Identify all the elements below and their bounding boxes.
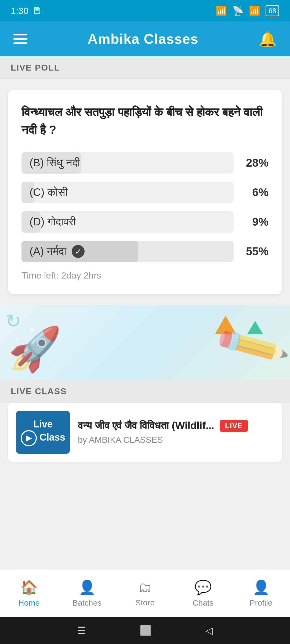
menu-button[interactable]	[13, 34, 27, 44]
option-c-text: (C) कोसी	[30, 186, 68, 199]
notification-bell-icon[interactable]: 🔔	[259, 31, 277, 47]
store-label: Store	[135, 598, 155, 607]
option-d-bar-container: (D) गोदावरी	[21, 211, 234, 233]
store-icon: 🗂	[138, 579, 152, 595]
option-c-bar-container: (C) कोसी	[21, 182, 234, 203]
time-left: Time left: 2day 2hrs	[21, 270, 269, 281]
correct-checkmark-icon: ✓	[72, 245, 85, 258]
nav-chats[interactable]: 💬 Chats	[174, 569, 232, 617]
live-badge: LIVE	[220, 420, 248, 432]
nav-profile[interactable]: 👤 Profile	[232, 569, 290, 617]
live-class-info: वन्य जीव एवं जैव विविधता (Wildlif... LIV…	[78, 420, 274, 445]
option-a-bar: (A) नर्मदा ✓	[21, 241, 234, 262]
chats-label: Chats	[193, 598, 213, 608]
time-display: 1:30	[11, 6, 28, 16]
live-class-thumbnail: Live ▶ Class	[16, 411, 70, 454]
option-d-percent: 9%	[242, 215, 269, 228]
banner-decoration: ↻ 🚀 ✏️	[0, 305, 290, 380]
live-class-title-text: वन्य जीव एवं जैव विविधता (Wildlif...	[78, 420, 214, 432]
option-b-percent: 28%	[242, 156, 269, 169]
batches-label: Batches	[73, 598, 102, 608]
play-circle-icon: ▶	[21, 430, 37, 446]
nav-home[interactable]: 🏠 Home	[0, 569, 58, 617]
option-b-bar-container: (B) सिंधु नदी	[21, 152, 234, 174]
network-icon: 📶	[249, 5, 260, 16]
option-c-bar: (C) कोसी	[21, 182, 234, 203]
android-back-icon[interactable]: ◁	[205, 625, 213, 636]
profile-label: Profile	[249, 598, 272, 608]
option-b-text: (B) सिंधु नदी	[30, 157, 80, 169]
option-b-bar: (B) सिंधु नदी	[21, 152, 234, 174]
wifi-icon: 📶	[216, 5, 227, 16]
battery-icon: 68	[266, 5, 279, 16]
option-a-label: (A) नर्मदा	[30, 245, 66, 258]
sim-icon: 🖹	[33, 6, 42, 16]
poll-option-a[interactable]: (A) नर्मदा ✓ 55%	[21, 241, 269, 262]
status-bar: 1:30 🖹 📶 📡 📶 68	[0, 0, 290, 21]
chats-icon: 💬	[194, 579, 212, 596]
rocket-icon: 🚀	[8, 324, 62, 375]
home-icon: 🏠	[20, 579, 38, 596]
signal-icon: 📡	[232, 5, 244, 16]
option-d-text: (D) गोदावरी	[30, 216, 76, 228]
thumbnail-text: Live ▶ Class	[21, 418, 65, 446]
option-a-percent: 55%	[242, 245, 269, 258]
live-class-section: LIVE CLASS Live ▶ Class वन्य जीव एवं जैव…	[0, 380, 290, 462]
nav-store[interactable]: 🗂 Store	[116, 569, 174, 617]
poll-option-c[interactable]: (C) कोसी 6%	[21, 182, 269, 203]
android-menu-icon[interactable]: ☰	[77, 625, 86, 636]
option-a-bar-container: (A) नर्मदा ✓	[21, 241, 234, 262]
android-nav-bar: ☰ ⬜ ◁	[0, 617, 290, 644]
android-home-icon[interactable]: ⬜	[140, 625, 152, 636]
nav-batches[interactable]: 👤 Batches	[58, 569, 116, 617]
poll-option-d[interactable]: (D) गोदावरी 9%	[21, 211, 269, 233]
live-class-title: वन्य जीव एवं जैव विविधता (Wildlif... LIV…	[78, 420, 274, 432]
live-class-section-label: LIVE CLASS	[0, 380, 290, 403]
battery-level: 68	[269, 7, 276, 15]
option-a-text: (A) नर्मदा ✓	[30, 245, 85, 258]
live-poll-section-label: LIVE POLL	[0, 56, 290, 79]
app-title: Ambika Classes	[88, 31, 198, 47]
home-label: Home	[18, 598, 40, 608]
live-class-card[interactable]: Live ▶ Class वन्य जीव एवं जैव विविधता (W…	[8, 403, 282, 462]
batches-icon: 👤	[78, 579, 96, 596]
poll-card: विन्ध्याचल और सतपुड़ा पहाड़ियों के बीच स…	[8, 90, 282, 294]
poll-question: विन्ध्याचल और सतपुड़ा पहाड़ियों के बीच स…	[21, 103, 269, 139]
status-icons: 📶 📡 📶 68	[216, 5, 279, 16]
profile-icon: 👤	[252, 579, 270, 596]
live-class-by: by AMBIKA CLASSES	[78, 435, 274, 445]
app-header: Ambika Classes 🔔	[0, 21, 290, 56]
option-c-percent: 6%	[242, 186, 269, 199]
bottom-navigation: 🏠 Home 👤 Batches 🗂 Store 💬 Chats 👤 Profi…	[0, 569, 290, 617]
option-d-bar: (D) गोदावरी	[21, 211, 234, 233]
poll-option-b[interactable]: (B) सिंधु नदी 28%	[21, 152, 269, 174]
status-time: 1:30 🖹	[11, 6, 42, 16]
